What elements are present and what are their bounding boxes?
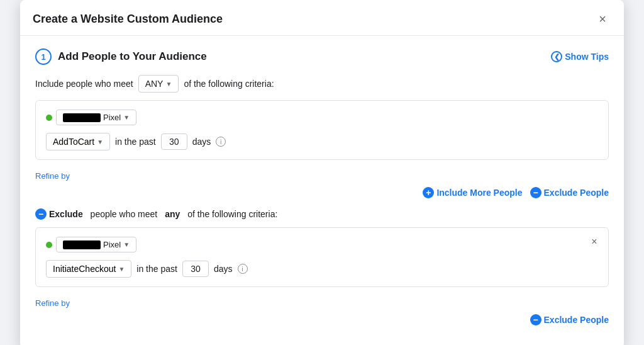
exclude-event-caret: ▼ [118, 266, 125, 273]
include-event-dropdown[interactable]: AddToCart ▼ [46, 133, 110, 150]
exclude-any: any [165, 209, 180, 219]
show-tips-label: Show Tips [565, 52, 609, 62]
step-circle: 1 [35, 48, 52, 65]
exclude-people-top-label: Exclude People [544, 188, 609, 198]
exclude-bold-label: Exclude [49, 209, 83, 219]
pixel-status-dot [46, 115, 52, 121]
exclude-pixel-row: Pixel ▼ [46, 237, 598, 252]
exclude-in-the-past: in the past [136, 264, 177, 274]
include-event-row: AddToCart ▼ in the past days i [46, 133, 598, 150]
exclude-pixel-status-dot [46, 242, 52, 248]
include-more-label: Include More People [436, 188, 522, 198]
include-more-plus-icon: + [423, 187, 434, 198]
match-value: ANY [145, 79, 164, 89]
exclude-event-name: InitiateCheckout [53, 264, 116, 274]
exclude-event-dropdown[interactable]: InitiateCheckout ▼ [46, 260, 131, 278]
modal: Create a Website Custom Audience × 1 Add… [20, 0, 624, 345]
modal-body: 1 Add People to Your Audience ❮ Show Tip… [20, 36, 624, 345]
match-dropdown[interactable]: ANY ▼ [138, 75, 179, 93]
exclude-suffix: of the following criteria: [187, 209, 277, 219]
pixel-label: Pixel [103, 113, 121, 122]
exclude-people-bottom-label: Exclude People [544, 315, 609, 325]
exclude-refine-button[interactable]: Refine by [35, 298, 70, 308]
exclude-minus-icon-top: − [530, 187, 541, 198]
include-suffix: of the following criteria: [184, 79, 274, 89]
exclude-pixel-label: Pixel [103, 240, 121, 249]
include-pixel-button[interactable]: Pixel ▼ [56, 110, 136, 125]
include-criteria-line: Include people who meet ANY ▼ of the fol… [35, 75, 609, 93]
exclude-days-input[interactable] [182, 261, 209, 277]
include-pixel-row: Pixel ▼ [46, 110, 598, 125]
exclude-pixel-caret: ▼ [123, 241, 130, 248]
exclude-event-row: InitiateCheckout ▼ in the past days i [46, 260, 598, 278]
exclude-pixel-name-block [63, 240, 101, 249]
exclude-info-icon[interactable]: i [238, 264, 248, 274]
exclude-people-top-button[interactable]: − Exclude People [530, 187, 609, 198]
include-in-the-past: in the past [115, 137, 156, 147]
pixel-caret: ▼ [123, 114, 130, 121]
modal-header: Create a Website Custom Audience × [20, 0, 624, 36]
exclude-middle: people who meet [91, 209, 158, 219]
include-info-icon[interactable]: i [216, 137, 226, 147]
section-header: 1 Add People to Your Audience ❮ Show Tip… [35, 48, 609, 65]
exclude-audience-block: × Pixel ▼ InitiateCheckout ▼ in the past… [35, 227, 609, 287]
show-tips-button[interactable]: ❮ Show Tips [551, 51, 609, 62]
section-title: Add People to Your Audience [58, 50, 207, 63]
exclude-people-bottom-button[interactable]: − Exclude People [530, 314, 609, 325]
include-refine-button[interactable]: Refine by [35, 171, 70, 181]
section-title-group: 1 Add People to Your Audience [35, 48, 207, 65]
include-days-input[interactable] [161, 133, 187, 150]
match-caret: ▼ [165, 81, 172, 88]
include-event-name: AddToCart [53, 137, 94, 147]
include-days-label: days [192, 137, 211, 147]
include-audience-block: Pixel ▼ AddToCart ▼ in the past days i [35, 100, 609, 160]
exclude-header: − Exclude people who meet any of the fol… [35, 208, 609, 220]
include-prefix: Include people who meet [35, 79, 133, 89]
action-row: + Include More People − Exclude People [35, 187, 609, 198]
modal-title: Create a Website Custom Audience [33, 13, 223, 26]
close-button[interactable]: × [594, 10, 611, 28]
exclude-block-close-button[interactable]: × [587, 234, 602, 249]
include-more-button[interactable]: + Include More People [423, 187, 522, 198]
include-event-caret: ▼ [97, 139, 103, 145]
exclude-minus-icon-bottom: − [530, 314, 541, 325]
exclude-days-label: days [214, 264, 233, 274]
exclude-pixel-button[interactable]: Pixel ▼ [56, 237, 136, 252]
exclude-circle-icon: − [35, 208, 47, 220]
bottom-action-row: − Exclude People [35, 314, 609, 325]
show-tips-icon: ❮ [551, 51, 562, 62]
pixel-name-block [63, 113, 101, 122]
